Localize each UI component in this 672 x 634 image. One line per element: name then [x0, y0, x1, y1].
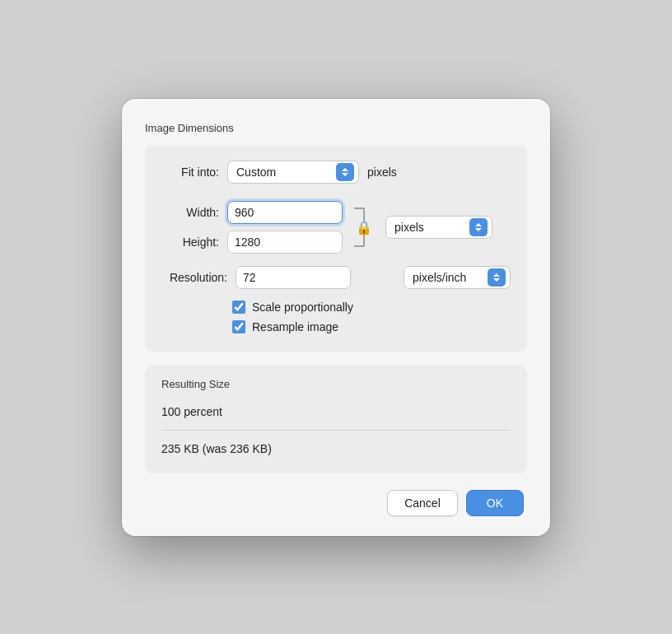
- height-label: Height:: [161, 235, 219, 249]
- lock-bracket-area: 🔒: [352, 200, 376, 254]
- scale-proportionally-checkbox[interactable]: [232, 301, 245, 314]
- lock-icon[interactable]: 🔒: [356, 219, 372, 235]
- unit-select-wrapper: pixels percent inches cm mm: [385, 216, 492, 239]
- height-input[interactable]: [227, 231, 343, 254]
- buttons-row: Cancel OK: [145, 490, 527, 516]
- pixels-suffix-label: pixels: [367, 165, 397, 179]
- width-row: Width:: [161, 201, 343, 224]
- result-divider: [161, 430, 511, 431]
- resample-image-row: Resample image: [232, 320, 511, 333]
- resolution-unit-select[interactable]: pixels/inch pixels/cm: [404, 266, 511, 289]
- unit-select[interactable]: pixels percent inches cm mm: [385, 216, 492, 239]
- scale-proportionally-label[interactable]: Scale proportionally: [252, 301, 353, 314]
- resulting-size-section: Resulting Size 100 percent 235 KB (was 2…: [145, 365, 527, 473]
- top-section: Fit into: Custom 640×480 800×600 1024×76…: [145, 146, 527, 352]
- resolution-unit-wrapper: pixels/inch pixels/cm: [404, 266, 511, 289]
- width-label: Width:: [161, 206, 219, 219]
- scale-proportionally-row: Scale proportionally: [232, 301, 511, 314]
- wh-fields: Width: Height:: [161, 201, 343, 254]
- cancel-button[interactable]: Cancel: [387, 490, 458, 516]
- checkboxes-area: Scale proportionally Resample image: [161, 301, 511, 333]
- result-percent: 100 percent: [161, 400, 511, 423]
- width-input[interactable]: [227, 201, 343, 224]
- resample-image-label[interactable]: Resample image: [252, 320, 338, 333]
- result-size: 235 KB (was 236 KB): [161, 437, 511, 460]
- fit-into-row: Fit into: Custom 640×480 800×600 1024×76…: [161, 161, 511, 184]
- fit-into-label: Fit into:: [161, 165, 219, 179]
- ok-button[interactable]: OK: [466, 490, 524, 516]
- fit-into-select-wrapper: Custom 640×480 800×600 1024×768 1280×960…: [227, 161, 359, 184]
- resolution-label: Resolution:: [161, 271, 227, 284]
- height-row: Height:: [161, 231, 343, 254]
- resolution-input[interactable]: [236, 266, 351, 289]
- fit-into-select[interactable]: Custom 640×480 800×600 1024×768 1280×960…: [227, 161, 359, 184]
- resolution-unit-select-wrapper: pixels/inch pixels/cm: [404, 266, 511, 289]
- dimensions-area: Width: Height:: [161, 200, 511, 254]
- resulting-size-title: Resulting Size: [161, 378, 511, 390]
- resample-image-checkbox[interactable]: [232, 320, 245, 333]
- image-dimensions-dialog: Image Dimensions Fit into: Custom 640×48…: [122, 99, 550, 536]
- dialog-title: Image Dimensions: [145, 122, 527, 134]
- resolution-row: Resolution: pixels/inch pixels/cm: [161, 266, 511, 289]
